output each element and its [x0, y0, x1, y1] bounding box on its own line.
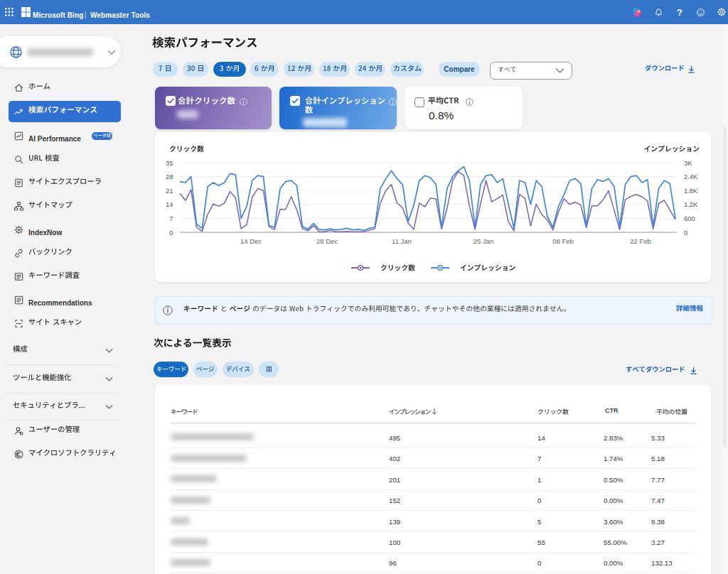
svg-text:1.2K: 1.2K — [684, 200, 698, 208]
svg-text:21: 21 — [166, 187, 173, 195]
svg-text:3K: 3K — [684, 159, 692, 167]
svg-text:28 Dec: 28 Dec — [316, 237, 338, 245]
svg-text:600: 600 — [684, 215, 695, 222]
svg-text:14 Dec: 14 Dec — [240, 237, 262, 245]
svg-text:28: 28 — [166, 173, 173, 180]
svg-text:0: 0 — [684, 229, 687, 237]
svg-text:0: 0 — [169, 229, 173, 237]
svg-text:08 Feb: 08 Feb — [552, 237, 574, 245]
svg-text:2.4K: 2.4K — [684, 173, 698, 180]
svg-text:7: 7 — [169, 215, 173, 222]
svg-text:14: 14 — [166, 200, 173, 208]
svg-text:11 Jan: 11 Jan — [392, 237, 412, 245]
svg-text:1.8K: 1.8K — [684, 187, 698, 195]
svg-text:35: 35 — [166, 159, 173, 167]
svg-text:25 Jan: 25 Jan — [473, 237, 494, 245]
svg-text:22 Feb: 22 Feb — [630, 237, 651, 245]
